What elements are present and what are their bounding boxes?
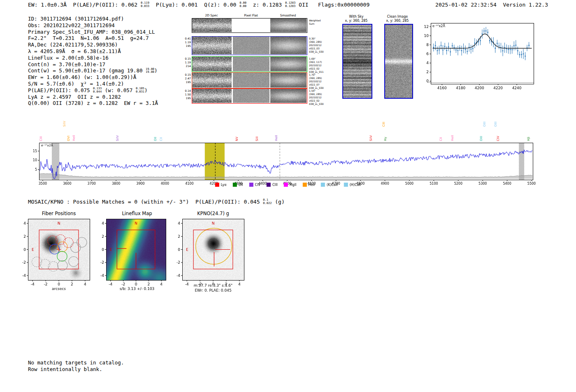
kpno-caption-1: m:17.7 re:3.3" s:1.6" [194, 283, 232, 288]
spec2d-row [192, 72, 307, 88]
spec2d-left-label: 214 [180, 65, 191, 68]
spec2d-right-label: v022_02 [309, 99, 330, 102]
clean-image-title: Clean Image [387, 15, 408, 19]
with-sky-xy: x, y: 360, 285 [345, 19, 368, 23]
info-sn: S/N = 5.7(±0.6) χ² = 1.4(±0.2) [28, 81, 158, 87]
legend-item: CIV [249, 183, 260, 187]
mosaic-fraction: 0.10.022 [263, 199, 272, 205]
spec2d-row-right-labels: WeightedSum [309, 19, 330, 26]
spec2d-right-label: 1.54" [309, 89, 330, 93]
info-contw-bot: 19.80 [146, 71, 154, 74]
spec2d-cutout [192, 37, 232, 54]
legend-swatch [284, 183, 288, 187]
spec2d-right-label: 20210212 [309, 64, 330, 67]
spec2d-right-label: 038_LL_030 [309, 50, 330, 53]
spec2d-right-label: Weighted [309, 19, 330, 22]
fiber-positions-cutout [15, 216, 93, 289]
spec2d-row-left-labels: 0.141.50195 [180, 89, 191, 100]
spec2d-left-label: 1.19 [180, 41, 191, 44]
smoothed-cutout [270, 37, 307, 54]
pixelflat-cutout [233, 73, 269, 88]
legend-swatch [233, 183, 237, 187]
info-q-oii: Q(0.00) OII (3728) z = 0.1282 EW r = 3.1… [28, 100, 158, 107]
spec2d-right-label: v022_02 [309, 67, 330, 70]
detection-info-block: ID: 3011712694 (3011712694.pdf) Obs: 202… [28, 16, 158, 107]
smoothed-cutout [270, 57, 307, 71]
spec2d-right-label: 1.70" [309, 73, 330, 77]
header-flags-text: OII Flags:0x00000009 [295, 2, 369, 8]
footer-line-2: Row intentionally blank. [28, 366, 124, 373]
legend-label: (K)CaII [327, 183, 338, 187]
spec2d-row [192, 88, 307, 104]
full-spectrum-plot [25, 110, 551, 185]
spectrum-legend: LyαOIICIVCIIIMgIIHeII(K)CaII(H)CaII [215, 183, 361, 187]
spec2d-left-label: 0.15 [180, 57, 191, 61]
info-plae: P(LAE)/P(OII): 0.075 0.1330.044 (w: 0.05… [28, 87, 158, 94]
info-contw-pre: Cont(w) = 5.90(±0.01)e-17 (gmag 19.80 [28, 67, 146, 74]
legend-swatch [302, 183, 307, 187]
info-contw-fraction: 19.8019.80 [146, 68, 154, 74]
header-timestamp: 2025-01-02 22:32:54 Version 1.22.3 [435, 2, 548, 8]
legend-label: CIII [272, 183, 278, 187]
legend-label: Lyα [221, 183, 227, 187]
legend-label: HeII [308, 183, 315, 187]
spec2d-right-label: 20210212 [309, 80, 330, 83]
spec2d-right-label: v022_03 [309, 47, 330, 50]
mosaic-pre: MOSAIC/KPNO : Possible Matches = 0 (with… [28, 199, 263, 205]
info-fwhm: F=2.2" T=0.231 N=1.06 A=0.51 g=24.7 [28, 35, 158, 42]
legend-item: MgII [284, 183, 297, 187]
info-plae-bot1: 0.044 [93, 90, 102, 94]
spec2d-left-label: 0.14 [180, 89, 191, 93]
spec2d-right-label: Sum [309, 22, 330, 26]
spec2d-row [192, 18, 307, 33]
info-plae-fraction2: 0.1050.031 [136, 87, 144, 93]
header-z-bot: 0.1283 [285, 5, 295, 8]
info-cont-w: Cont(w) = 5.90(±0.01)e-17 (gmag 19.80 19… [28, 67, 158, 74]
spec2d-left-label: 0.41 [180, 37, 191, 41]
mosaic-post: (g) [272, 199, 284, 205]
spec2d-left-label: 0.15 [180, 73, 191, 77]
kpno-cutout [169, 216, 247, 289]
spec2d-left-label: 1.19 [180, 61, 191, 65]
lineflux-map-cutout [93, 216, 169, 289]
info-plae-post: ) [144, 87, 148, 94]
legend-label: CIV [255, 183, 260, 187]
spec2d-row-left-labels: 0.151.19214 [180, 57, 191, 68]
spec2d-right-label: (360, 285) [309, 40, 330, 44]
spec2d-left-label: 1.50 [180, 93, 191, 97]
spec2d-right-label: (360, 285) [309, 77, 330, 80]
legend-swatch [215, 183, 219, 187]
info-plae-bot2: 0.031 [136, 90, 144, 94]
spec2d-right-label: 038_LL_030 [309, 102, 330, 106]
header-ew-text: EW: 1.0±0.3Å P(LAE)/P(OII): 0.062 [28, 2, 141, 8]
info-plae-fraction1: 0.1330.044 [93, 87, 102, 93]
spec2d-row-left-labels: 0.152.47195 [180, 73, 191, 84]
smoothed-cutout [270, 73, 307, 88]
spec2d-right-label: (360, 285) [309, 93, 330, 96]
info-ewr: EWr = 1.60(±0.46) (w: 1.00(±0.29))Å [28, 74, 158, 81]
lineflux-caption: s/b: 3.13 +/- 0.103 [120, 287, 155, 291]
pixelflat-cutout [233, 89, 269, 103]
spec2d-left-label: 2.47 [180, 77, 191, 81]
info-contw-post: ) [154, 67, 158, 74]
legend-swatch [249, 183, 253, 187]
spec2d-title-2dspec: 2D Spec [205, 14, 218, 17]
spec2d-right-label: 20210212 [309, 44, 330, 47]
elixer-report-page: EW: 1.0±0.3Å P(LAE)/P(OII): 0.062 0.1190… [0, 0, 576, 392]
spec2d-cutout [192, 57, 232, 71]
spec2d-cutout [192, 89, 232, 103]
line-fit-plot [418, 21, 541, 91]
legend-label: OII [239, 183, 243, 187]
header-qz-fraction: 0.000.00 [239, 2, 246, 8]
legend-item: (K)CaII [321, 183, 338, 187]
info-radec: RA,Dec (224.021179,52.909336) [28, 42, 158, 48]
legend-item: CIII [267, 183, 278, 187]
spec2d-right-label: v022_07 [309, 83, 330, 86]
info-primary-slot: Primary Spec_Slot_IFU_AMP: 038_096_014_L… [28, 29, 158, 35]
legend-item: (H)CaII [344, 183, 361, 187]
legend-item: Lyα [215, 183, 227, 187]
spec2d-left-label: 195 [180, 97, 191, 100]
clean-image [384, 24, 413, 99]
kpno-caption-2: EWr: 0. PLAE: 0.045 [195, 288, 231, 292]
header-summary: EW: 1.0±0.3Å P(LAE)/P(OII): 0.062 0.1190… [28, 2, 369, 8]
